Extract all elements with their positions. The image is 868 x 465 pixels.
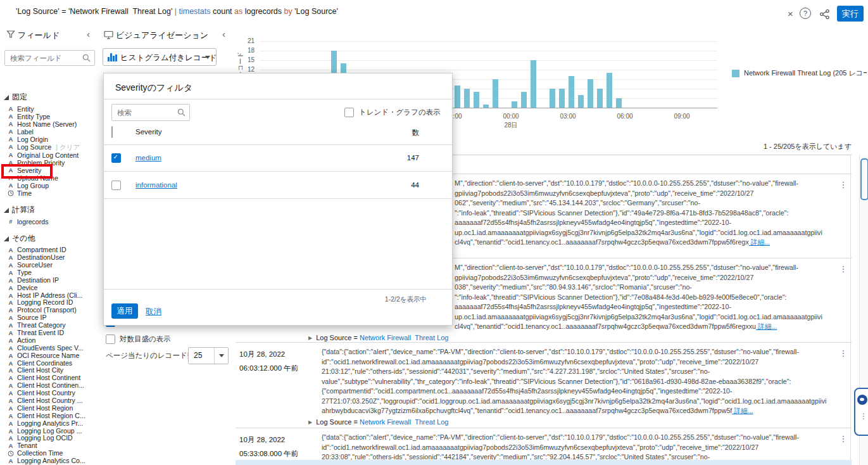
- field-item-device[interactable]: ADevice: [0, 284, 98, 292]
- text-field-icon: A: [8, 457, 14, 465]
- field-item-label: Logging Analytics Pr...: [17, 420, 83, 428]
- log-scale-checkbox[interactable]: [106, 334, 115, 344]
- trend-graph-option[interactable]: トレンド・グラフの表示: [344, 108, 441, 117]
- field-item-client-host-region-c-[interactable]: AClient Host Region C...: [0, 412, 98, 420]
- select-all-checkbox[interactable]: [111, 126, 113, 138]
- record-menu-icon[interactable]: ⋮: [839, 180, 848, 189]
- text-field-icon: A: [8, 292, 14, 300]
- detail-link[interactable]: 詳細...: [756, 322, 777, 330]
- field-item-type[interactable]: AType: [0, 269, 98, 277]
- source-link[interactable]: Network Firewall Threat Log: [360, 418, 448, 426]
- cancel-link[interactable]: 取消: [146, 307, 161, 317]
- help-icon[interactable]: ?: [800, 8, 811, 19]
- field-section-header[interactable]: 固定: [4, 92, 98, 103]
- histogram-bar[interactable]: [588, 79, 593, 108]
- record-menu-icon[interactable]: ⋮: [839, 264, 848, 274]
- histogram-bar[interactable]: [483, 105, 489, 108]
- field-item-label[interactable]: ALabel: [0, 128, 98, 136]
- x-tick-label: 03:00: [555, 113, 581, 120]
- field-item-entity-type[interactable]: AEntity Type: [0, 113, 98, 120]
- record-content: {"data":{"action":"alert","device_name":…: [322, 433, 833, 464]
- histogram-bar[interactable]: [455, 86, 460, 108]
- histogram-bar[interactable]: [550, 89, 555, 108]
- next-row-strip: [236, 460, 852, 465]
- histogram-bar[interactable]: [569, 76, 574, 108]
- clear-link[interactable]: | クリア: [56, 143, 80, 151]
- field-item-host-name-server-[interactable]: AHost Name (Server): [0, 120, 98, 128]
- run-button[interactable]: 実行: [837, 6, 864, 22]
- chart-legend[interactable]: Network Firewall Threat Log (205 レコー...: [732, 68, 867, 78]
- field-item-log-source[interactable]: ALog Source| クリア: [0, 143, 98, 151]
- text-field-icon: A: [8, 420, 14, 428]
- field-item-logging-log-ocid[interactable]: ALogging Log OCID: [0, 435, 98, 442]
- text-field-icon: A: [8, 284, 14, 292]
- expand-icon[interactable]: ▶: [308, 419, 312, 425]
- records-per-page-select[interactable]: 25: [188, 347, 229, 364]
- histogram-bar[interactable]: [464, 89, 470, 108]
- share-icon[interactable]: [819, 9, 830, 20]
- field-item-protocol-transport-[interactable]: AProtocol (Transport): [0, 307, 98, 314]
- field-item-logrecords[interactable]: #logrecords: [0, 218, 98, 226]
- detail-link[interactable]: 詳細...: [749, 238, 770, 246]
- gridline: [260, 70, 717, 70]
- source-link[interactable]: Network Firewall Threat Log: [360, 334, 448, 341]
- close-icon[interactable]: ×: [788, 8, 793, 19]
- histogram-bar[interactable]: [474, 92, 479, 108]
- field-item-oci-resource-name[interactable]: AOCI Resource Name: [0, 352, 98, 360]
- histogram-bar[interactable]: [531, 60, 536, 108]
- assistant-widget[interactable]: ⋮: [854, 388, 868, 436]
- expand-icon[interactable]: ▶: [308, 335, 312, 341]
- x-tick-label: 09:00: [669, 113, 695, 120]
- value-link[interactable]: medium: [135, 154, 161, 162]
- filter-search-input[interactable]: [116, 106, 179, 119]
- record-source-line[interactable]: ▶Log Source = Network Firewall Threat Lo…: [308, 418, 448, 426]
- query-input[interactable]: 'Log Source' = 'Network Firewall Threat …: [16, 7, 338, 16]
- histogram-bar[interactable]: [607, 73, 612, 108]
- histogram-bar[interactable]: [493, 79, 498, 108]
- collapse-visualization-icon[interactable]: ‹: [222, 29, 225, 39]
- histogram-bar[interactable]: [578, 95, 584, 108]
- field-item-cloudevents-spec-v-[interactable]: ACloudEvents Spec V...: [0, 345, 98, 352]
- field-section-header[interactable]: その他: [4, 233, 98, 244]
- field-item-time[interactable]: Time: [0, 189, 98, 197]
- record-source-line[interactable]: ▶Log Source = Network Firewall Threat Lo…: [308, 334, 448, 341]
- filter-search[interactable]: [111, 104, 190, 121]
- record-menu-icon[interactable]: ⋮: [839, 434, 848, 443]
- chart-type-dropdown[interactable]: ヒストグラム付きレコード: [103, 48, 217, 66]
- histogram-bar[interactable]: [597, 89, 603, 108]
- text-field-icon: A: [8, 345, 14, 352]
- field-item-original-log-content[interactable]: AOriginal Log Content: [0, 151, 98, 159]
- histogram-bar[interactable]: [512, 101, 517, 108]
- field-section-header[interactable]: 計算済: [4, 205, 98, 215]
- value-checkbox[interactable]: [111, 153, 121, 163]
- clock-icon: [8, 450, 14, 457]
- field-search[interactable]: [4, 50, 95, 66]
- histogram-bar[interactable]: [559, 89, 565, 108]
- records-per-page-label: ページ当たりのレコード数: [106, 351, 194, 360]
- field-item-destination-ip[interactable]: ADestination IP: [0, 277, 98, 284]
- value-checkbox[interactable]: [111, 181, 121, 190]
- field-item-log-group[interactable]: ALog Group: [0, 182, 98, 189]
- field-item-sourceuser[interactable]: ASourceUser: [0, 262, 98, 269]
- apply-button[interactable]: 適用: [111, 303, 138, 319]
- value-link[interactable]: informational: [135, 181, 177, 189]
- detail-link[interactable]: 詳細...: [732, 407, 753, 414]
- record-menu-icon[interactable]: ⋮: [839, 348, 848, 358]
- scrollbar-thumb[interactable]: [860, 158, 868, 200]
- field-item-logging-analytics-pr-[interactable]: ALogging Analytics Pr...: [0, 420, 98, 428]
- histogram-bar[interactable]: [616, 98, 622, 108]
- option-log-scale[interactable]: 対数目盛の表示: [106, 334, 171, 344]
- trend-graph-checkbox[interactable]: [344, 108, 354, 117]
- field-item-label: Time: [17, 189, 32, 197]
- text-field-icon: A: [8, 151, 14, 159]
- collapse-fields-icon[interactable]: ‹: [87, 29, 90, 39]
- histogram-bar[interactable]: [521, 92, 527, 108]
- field-item-threat-event-id[interactable]: AThreat Event ID: [0, 329, 98, 337]
- histogram-icon: [108, 53, 117, 61]
- field-item-entity[interactable]: AEntity: [0, 105, 98, 113]
- query-token: |: [172, 7, 179, 16]
- x-tick-label: 00:00: [498, 113, 524, 120]
- field-item-action[interactable]: AAction: [0, 337, 98, 345]
- field-item-log-origin[interactable]: ALog Origin: [0, 136, 98, 143]
- field-search-input[interactable]: [9, 51, 84, 65]
